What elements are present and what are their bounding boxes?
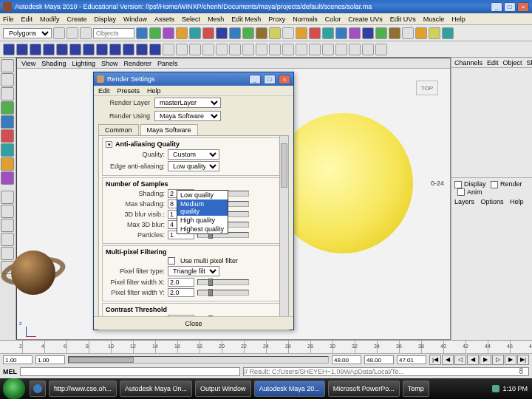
menu-item[interactable]: Edit	[21, 16, 33, 23]
dropdown-option[interactable]: Highest quality	[177, 225, 228, 233]
shelf-icon[interactable]	[202, 27, 214, 39]
shelf-icon[interactable]	[322, 27, 334, 39]
save-scene-icon[interactable]	[80, 27, 92, 39]
play-forward-button[interactable]: ▶	[480, 355, 491, 365]
new-scene-icon[interactable]	[53, 27, 65, 39]
current-time-field[interactable]	[397, 355, 426, 364]
shelf-icon[interactable]	[242, 44, 254, 55]
tab-common[interactable]: Common	[98, 124, 139, 135]
two-pane-side-icon[interactable]	[1, 219, 14, 232]
shelf-icon[interactable]	[176, 44, 188, 55]
shelf-icon[interactable]	[202, 44, 214, 55]
shelf-icon[interactable]	[163, 44, 174, 55]
scale-tool-icon[interactable]	[1, 129, 14, 143]
shelf-icon[interactable]	[296, 27, 307, 39]
key-back-button[interactable]: ◁	[454, 355, 466, 365]
menu-item[interactable]: Help	[451, 16, 466, 23]
shelf-icon[interactable]	[322, 44, 334, 55]
panel-menu-item[interactable]: Panels	[157, 60, 178, 67]
shelf-icon[interactable]	[309, 27, 321, 39]
poly-cone-icon[interactable]	[43, 44, 55, 55]
paint-select-tool-icon[interactable]	[1, 87, 14, 100]
poly-sphere-icon[interactable]	[3, 44, 15, 55]
shelf-icon[interactable]	[163, 27, 174, 39]
go-end-button[interactable]: ▶|	[517, 355, 529, 365]
shelf-icon[interactable]	[242, 27, 254, 39]
two-pane-stack-icon[interactable]	[1, 233, 14, 246]
taskbar-item[interactable]: http://www.cse.oh...	[49, 381, 117, 397]
menu-item[interactable]: Assets	[154, 16, 174, 23]
anim-layer-radio[interactable]	[457, 188, 465, 196]
object-tab[interactable]: Object	[503, 59, 522, 66]
select-tool-icon[interactable]	[1, 59, 14, 72]
playback-start-field[interactable]	[35, 355, 65, 364]
poly-plane-icon[interactable]	[56, 44, 68, 55]
edge-aa-select[interactable]: Low quality	[168, 161, 219, 171]
shelf-icon[interactable]	[282, 44, 294, 55]
render-using-select[interactable]: Maya Software	[154, 111, 221, 121]
menu-item[interactable]: Window	[123, 16, 147, 23]
menu-item[interactable]: Proxy	[268, 16, 285, 23]
shelf-icon[interactable]	[269, 27, 281, 39]
layers-menu[interactable]: Layers	[454, 198, 474, 205]
shelf-icon[interactable]	[362, 44, 374, 55]
shelf-icon[interactable]	[256, 44, 267, 55]
play-back-button[interactable]: ◀	[467, 355, 479, 365]
shelf-icon[interactable]	[402, 27, 414, 39]
step-forward-button[interactable]: ▶	[505, 355, 516, 365]
playback-end-field[interactable]	[332, 355, 361, 364]
shelf-icon[interactable]	[375, 44, 387, 55]
filter-y-slider[interactable]	[197, 290, 249, 296]
shelf-icon[interactable]	[216, 44, 228, 55]
panel-menu-item[interactable]: Show	[101, 60, 118, 67]
soft-mod-tool-icon[interactable]	[1, 157, 14, 171]
tab-maya-software[interactable]: Maya Software	[140, 124, 198, 135]
shelf-icon[interactable]	[415, 27, 427, 39]
menu-item[interactable]: Normals	[293, 16, 318, 23]
dialog-menu-item[interactable]: Edit	[98, 87, 110, 95]
shelf-icon[interactable]	[189, 44, 201, 55]
dropdown-option[interactable]: Low quality	[177, 191, 228, 200]
dialog-menu-item[interactable]: Help	[147, 87, 161, 95]
shelf-icon[interactable]	[349, 27, 361, 39]
menu-item[interactable]: Edit UVs	[390, 16, 416, 23]
menu-item[interactable]: Select	[182, 16, 200, 23]
show-manip-tool-icon[interactable]	[1, 171, 14, 185]
dialog-menu-item[interactable]: Presets	[117, 87, 140, 95]
range-slider[interactable]	[68, 356, 329, 364]
shelf-icon[interactable]	[296, 44, 307, 55]
taskbar-item[interactable]: Autodesk Maya On...	[120, 381, 192, 397]
move-tool-icon[interactable]	[1, 101, 14, 115]
render-layer-select[interactable]: masterLayer	[154, 98, 221, 108]
shelf-icon[interactable]	[335, 27, 347, 39]
shelf-icon[interactable]	[136, 27, 148, 39]
menu-item[interactable]: Create UVs	[348, 16, 383, 23]
poly-pipe-icon[interactable]	[109, 44, 121, 55]
filter-width-y-field[interactable]	[168, 288, 194, 297]
go-start-button[interactable]: |◀	[429, 355, 441, 365]
filter-x-slider[interactable]	[197, 279, 249, 285]
poly-cube-icon[interactable]	[16, 44, 28, 55]
panel-menu-item[interactable]: Renderer	[123, 60, 151, 67]
dialog-close-button[interactable]: ×	[279, 75, 290, 84]
module-selector[interactable]: Polygons	[3, 28, 52, 38]
render-layer-radio[interactable]	[491, 181, 498, 188]
four-pane-icon[interactable]	[1, 205, 14, 218]
quality-preset-select[interactable]: Custom	[168, 149, 219, 160]
poly-pyramid-icon[interactable]	[96, 44, 108, 55]
selection-mask-input[interactable]	[93, 28, 134, 38]
maximize-button[interactable]: □	[504, 2, 516, 12]
shelf-icon[interactable]	[442, 27, 454, 39]
use-filter-checkbox[interactable]	[168, 257, 175, 265]
shelf-icon[interactable]	[282, 27, 294, 39]
shelf-icon[interactable]	[189, 27, 201, 39]
start-orb-icon[interactable]	[3, 378, 25, 399]
shelf-icon[interactable]	[229, 44, 241, 55]
layers-options-menu[interactable]: Options	[481, 198, 504, 205]
shelf-icon[interactable]	[375, 27, 387, 39]
poly-soccer-icon[interactable]	[136, 44, 148, 55]
command-mode-label[interactable]: MEL	[3, 368, 17, 375]
taskbar-item[interactable]: Autodesk Maya 20...	[254, 381, 325, 397]
outliner-persp-icon[interactable]	[1, 247, 14, 260]
filter-type-select[interactable]: Triangle filter	[168, 266, 219, 276]
